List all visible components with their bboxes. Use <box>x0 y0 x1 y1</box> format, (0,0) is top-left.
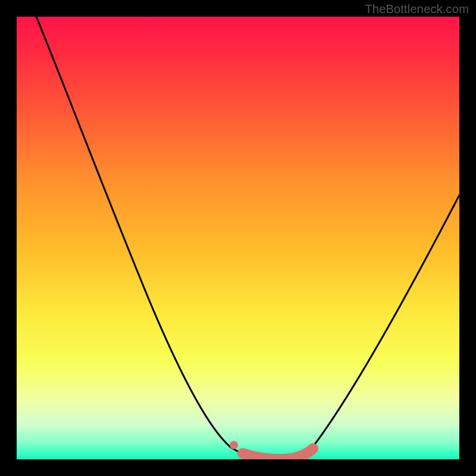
marker-arc <box>243 449 313 459</box>
chart-frame: TheBottleneck.com <box>0 0 476 476</box>
plot-area <box>17 17 459 459</box>
attribution-label: TheBottleneck.com <box>365 2 469 16</box>
optimal-zone-markers <box>230 441 313 459</box>
curve-layer <box>17 17 459 459</box>
bottleneck-curve <box>36 17 459 458</box>
marker-dot <box>230 441 238 449</box>
